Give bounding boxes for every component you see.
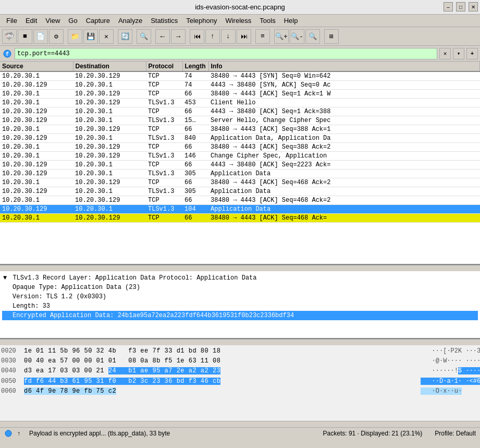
column-info[interactable]: Info bbox=[208, 62, 480, 71]
restart-capture-button[interactable]: 📄 bbox=[33, 29, 48, 44]
menu-telephony[interactable]: Telephony bbox=[182, 16, 221, 26]
cell-info: 38480 → 4443 [SYN] Seq=0 Win=642 bbox=[208, 71, 480, 81]
profile-info: Profile: Default bbox=[435, 430, 476, 437]
hex-offset: 0050 bbox=[1, 377, 24, 386]
zoom-in-button[interactable]: 🔍+ bbox=[274, 29, 289, 44]
menu-edit[interactable]: Edit bbox=[21, 16, 41, 26]
cell-source: 10.20.30.1 bbox=[0, 152, 73, 161]
detail-tls-layer[interactable]: ▼ TLSv1.3 Record Layer: Application Data… bbox=[2, 273, 478, 283]
svg-point-2 bbox=[5, 430, 11, 437]
go-to-last-button[interactable]: ⏭ bbox=[237, 29, 251, 44]
table-row[interactable]: 10.20.30.129 10.20.30.1 TLSv1.3 15… Serv… bbox=[0, 116, 480, 125]
table-row[interactable]: 10.20.30.1 10.20.30.129 TCP 66 38480 → 4… bbox=[0, 90, 480, 99]
go-to-prev-button[interactable]: ↑ bbox=[205, 29, 220, 44]
table-row[interactable]: 10.20.30.129 10.20.30.1 TLSv1.3 305 Appl… bbox=[0, 169, 480, 178]
menu-tools[interactable]: Tools bbox=[255, 16, 279, 26]
go-back-button[interactable]: ← bbox=[155, 29, 170, 44]
resize-columns-button[interactable]: ⊞ bbox=[324, 29, 339, 44]
table-row[interactable]: 10.20.30.129 10.20.30.1 TLSv1.3 104 Appl… bbox=[0, 205, 480, 214]
cell-source: 10.20.30.1 bbox=[0, 214, 73, 223]
menu-go[interactable]: Go bbox=[64, 16, 81, 26]
toolbar: 🦈 ■ 📄 ⚙ 📁 💾 ✕ 🔄 🔍 ← → ⏮ ↑ ↓ ⏭ ≡ 🔍+ 🔍- 🔍 … bbox=[0, 27, 480, 46]
menu-analyze[interactable]: Analyze bbox=[114, 16, 146, 26]
cell-info: Application Data, Application Da bbox=[208, 134, 480, 143]
cell-source: 10.20.30.1 bbox=[0, 90, 73, 99]
column-source[interactable]: Source bbox=[0, 62, 73, 71]
table-row[interactable]: 10.20.30.129 10.20.30.1 TCP 66 4443 → 38… bbox=[0, 107, 480, 116]
cell-info: 38480 → 4443 [ACK] Seq=1 Ack=1 W bbox=[208, 90, 480, 99]
table-row[interactable]: 10.20.30.1 10.20.30.129 TLSv1.3 453 Clie… bbox=[0, 99, 480, 107]
cell-destination: 10.20.30.1 bbox=[73, 107, 146, 116]
filter-add-button[interactable]: + bbox=[466, 48, 478, 59]
menu-view[interactable]: View bbox=[41, 16, 64, 26]
table-row[interactable]: 10.20.30.1 10.20.30.129 TCP 66 38480 → 4… bbox=[0, 214, 480, 223]
detail-tls-label: TLSv1.3 Record Layer: Application Data P… bbox=[9, 273, 256, 283]
hex-pane[interactable]: 0020 1e 01 11 5b 96 50 32 4b f3 ee 7f 33… bbox=[0, 345, 480, 421]
table-row[interactable]: 10.20.30.1 10.20.30.129 TCP 74 38480 → 4… bbox=[0, 71, 480, 81]
hex-pane-hscrollbar[interactable] bbox=[0, 421, 480, 427]
close-button[interactable]: ✕ bbox=[469, 2, 478, 11]
column-length[interactable]: Length bbox=[182, 62, 208, 71]
cell-destination: 10.20.30.129 bbox=[73, 152, 146, 161]
filter-dropdown-button[interactable]: ▾ bbox=[453, 48, 464, 59]
go-to-first-button[interactable]: ⏮ bbox=[190, 29, 204, 44]
cell-info: Application Data bbox=[208, 169, 480, 178]
colorize-button[interactable]: ≡ bbox=[255, 29, 270, 44]
titlebar-controls: – □ ✕ bbox=[444, 2, 478, 11]
status-text: Payload is encrypted appl... (tls.app_da… bbox=[29, 430, 170, 437]
cell-protocol: TLSv1.3 bbox=[146, 116, 182, 125]
column-protocol[interactable]: Protocol bbox=[146, 62, 182, 71]
table-row[interactable]: 10.20.30.1 10.20.30.129 TCP 66 38480 → 4… bbox=[0, 178, 480, 187]
menu-file[interactable]: File bbox=[2, 16, 21, 26]
menu-help[interactable]: Help bbox=[280, 16, 302, 26]
table-row[interactable]: 10.20.30.1 10.20.30.129 TCP 66 38480 → 4… bbox=[0, 125, 480, 134]
menu-wireless[interactable]: Wireless bbox=[221, 16, 255, 26]
table-row[interactable]: 10.20.30.129 10.20.30.1 TLSv1.3 840 Appl… bbox=[0, 134, 480, 143]
zoom-out-button[interactable]: 🔍- bbox=[290, 29, 304, 44]
cell-source: 10.20.30.1 bbox=[0, 99, 73, 107]
table-row[interactable]: 10.20.30.1 10.20.30.129 TLSv1.3 146 Chan… bbox=[0, 152, 480, 161]
cell-source: 10.20.30.129 bbox=[0, 116, 73, 125]
cell-protocol: TLSv1.3 bbox=[146, 99, 182, 107]
detail-arrow[interactable]: ▼ bbox=[3, 273, 7, 283]
find-packet-button[interactable]: 🔍 bbox=[137, 29, 151, 44]
capture-options-button[interactable]: ⚙ bbox=[49, 29, 64, 44]
cell-length: 146 bbox=[182, 152, 208, 161]
open-button[interactable]: 📁 bbox=[68, 29, 82, 44]
detail-pane-hscrollbar[interactable] bbox=[0, 339, 480, 345]
save-button[interactable]: 💾 bbox=[83, 29, 98, 44]
filter-clear-button[interactable]: ✕ bbox=[439, 48, 451, 59]
cell-source: 10.20.30.129 bbox=[0, 81, 73, 90]
table-row[interactable]: 10.20.30.129 10.20.30.1 TLSv1.3 305 Appl… bbox=[0, 187, 480, 196]
cell-destination: 10.20.30.1 bbox=[73, 116, 146, 125]
hex-row-0050: 0050 fd f6 44 b3 61 95 31 f0 b2 3c 23 36… bbox=[1, 377, 479, 386]
stop-capture-button[interactable]: ■ bbox=[18, 29, 32, 44]
filter-icon: f bbox=[2, 49, 13, 59]
packet-list[interactable]: Source Destination Protocol Length Info … bbox=[0, 62, 480, 265]
cell-protocol: TCP bbox=[146, 71, 182, 81]
column-destination[interactable]: Destination bbox=[73, 62, 146, 71]
menu-capture[interactable]: Capture bbox=[82, 16, 114, 26]
table-row[interactable]: 10.20.30.1 10.20.30.129 TCP 66 38480 → 4… bbox=[0, 196, 480, 205]
table-row[interactable]: 10.20.30.1 10.20.30.129 TCP 66 38480 → 4… bbox=[0, 143, 480, 152]
cell-destination: 10.20.30.129 bbox=[73, 178, 146, 187]
menu-statistics[interactable]: Statistics bbox=[146, 16, 182, 26]
zoom-normal-button[interactable]: 🔍 bbox=[305, 29, 320, 44]
detail-pane[interactable]: ▼ TLSv1.3 Record Layer: Application Data… bbox=[0, 271, 480, 339]
close-file-button[interactable]: ✕ bbox=[99, 29, 114, 44]
detail-encrypted-data[interactable]: Encrypted Application Data: 24b1ae95a72e… bbox=[2, 311, 478, 320]
cell-protocol: TCP bbox=[146, 125, 182, 134]
go-to-next-button[interactable]: ↓ bbox=[221, 29, 236, 44]
table-row[interactable]: 10.20.30.129 10.20.30.1 TCP 74 4443 → 38… bbox=[0, 81, 480, 90]
reload-button[interactable]: 🔄 bbox=[118, 29, 132, 44]
go-forward-button[interactable]: → bbox=[171, 29, 186, 44]
packet-list-hscrollbar[interactable] bbox=[0, 265, 480, 271]
start-capture-button[interactable]: 🦈 bbox=[2, 29, 17, 44]
minimize-button[interactable]: – bbox=[444, 2, 453, 11]
cell-destination: 10.20.30.129 bbox=[73, 71, 146, 81]
hex-row-0040: 0040 d3 ea 17 03 03 00 21 24 b1 ae 95 a7… bbox=[1, 366, 479, 376]
table-row[interactable]: 10.20.30.129 10.20.30.1 TCP 66 4443 → 38… bbox=[0, 161, 480, 169]
cell-length: 453 bbox=[182, 99, 208, 107]
maximize-button[interactable]: □ bbox=[456, 2, 465, 11]
filter-input[interactable] bbox=[15, 48, 437, 59]
